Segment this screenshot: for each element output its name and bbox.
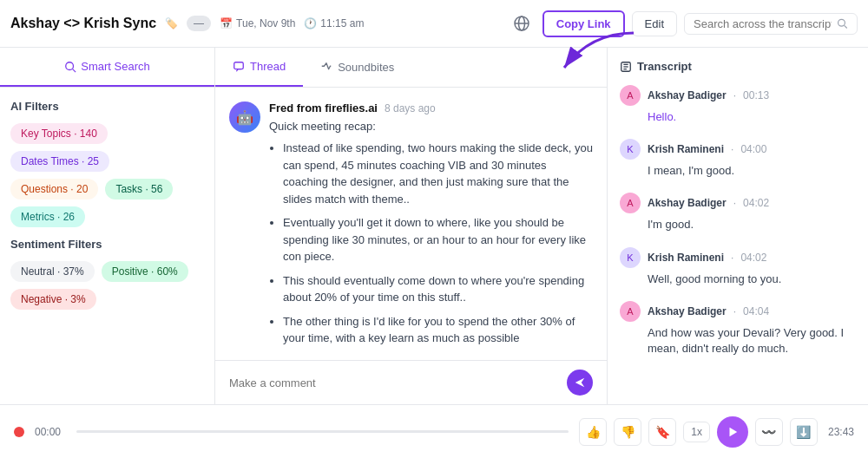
- message-intro: Quick meeting recap:: [269, 120, 593, 133]
- speaker-name: Akshay Badiger: [648, 197, 727, 209]
- transcript-text: Hello.: [648, 109, 856, 125]
- list-item: This should eventually come down to wher…: [283, 272, 593, 306]
- transcript-text: And how was your Devali? Very good. I me…: [648, 325, 856, 357]
- emoji-icon: 🏷️: [165, 17, 178, 29]
- positive-chip[interactable]: Positive · 60%: [102, 261, 188, 282]
- play-icon: [727, 426, 739, 438]
- message-list: Instead of like spending, two hours maki…: [269, 140, 593, 347]
- avatar: A: [620, 301, 641, 322]
- avatar: A: [620, 85, 641, 106]
- globe-button[interactable]: [508, 10, 536, 37]
- speaker-name: Akshay Badiger: [648, 89, 727, 101]
- timestamp: 04:04: [743, 305, 769, 317]
- search-tab-icon: [64, 61, 76, 73]
- avatar: A: [620, 193, 641, 213]
- waveform-button[interactable]: 〰️: [755, 418, 783, 446]
- player-controls: 👍 👎 🔖 1x 〰️ ⬇️: [579, 416, 818, 448]
- thread-message: 🤖 Fred from fireflies.ai 8 days ago Quic…: [229, 101, 593, 354]
- soundbites-icon: [320, 62, 332, 74]
- timestamp: ·: [733, 89, 736, 101]
- transcript-header: Transcript: [620, 60, 856, 73]
- svg-rect-7: [234, 62, 244, 69]
- svg-point-5: [66, 62, 74, 69]
- svg-line-6: [73, 69, 76, 72]
- thumbs-down-button[interactable]: 👎: [614, 418, 641, 446]
- key-topics-chip[interactable]: Key Topics · 140: [10, 123, 108, 144]
- comment-input[interactable]: [229, 376, 560, 389]
- player-bar: 00:00 👍 👎 🔖 1x 〰️ ⬇️ 23:43: [0, 404, 868, 458]
- current-time: 00:00: [35, 426, 66, 438]
- transcript-entry: K Krish Ramineni · 04:02 Well, good morn…: [620, 247, 856, 287]
- timestamp: 04:02: [740, 252, 766, 264]
- thread-tab[interactable]: Thread: [215, 48, 303, 87]
- transcript-text: Well, good morning to you.: [648, 272, 856, 287]
- smart-search-tab[interactable]: Smart Search: [0, 48, 214, 87]
- thread-content: 🤖 Fred from fireflies.ai 8 days ago Quic…: [215, 88, 607, 360]
- play-button[interactable]: [717, 416, 748, 448]
- timestamp: ·: [731, 143, 733, 155]
- ai-filters-title: AI Filters: [10, 100, 204, 113]
- end-time: 23:43: [828, 426, 854, 438]
- avatar: K: [620, 139, 641, 160]
- svg-marker-12: [729, 427, 737, 436]
- list-item: The other thing is I'd like for you to s…: [283, 313, 593, 347]
- soundbites-tab[interactable]: Soundbites: [303, 48, 411, 87]
- list-item: Eventually you'll get it down to where, …: [283, 214, 593, 265]
- transcript-text: I'm good.: [648, 217, 856, 232]
- comment-box: [215, 360, 607, 404]
- svg-point-3: [838, 19, 845, 26]
- metrics-chip[interactable]: Metrics · 26: [10, 206, 85, 227]
- sentiment-chips: Neutral · 37% Positive · 60% Negative · …: [10, 261, 204, 310]
- send-icon: [574, 376, 586, 389]
- tag-value: —: [187, 16, 211, 31]
- transcript-icon: [620, 61, 632, 73]
- speaker-name: Krish Ramineni: [648, 143, 724, 155]
- meeting-time: 11:15 am: [320, 17, 364, 29]
- sentiment-filters-title: Sentiment Filters: [10, 238, 204, 251]
- timestamp: ·: [733, 305, 736, 317]
- speaker-name: Krish Ramineni: [648, 252, 724, 264]
- timestamp: 04:02: [743, 197, 769, 209]
- copy-link-button[interactable]: Copy Link: [542, 10, 625, 37]
- transcript-entry: A Akshay Badiger · 04:04 And how was you…: [620, 301, 856, 357]
- transcript-entry: A Akshay Badiger · 00:13 Hello.: [620, 85, 856, 125]
- transcript-text: I mean, I'm good.: [648, 163, 856, 179]
- bot-avatar: 🤖: [229, 101, 260, 133]
- search-bar: [684, 13, 858, 35]
- ai-filters-chips: Key Topics · 140 Dates Times · 25 Questi…: [10, 123, 204, 227]
- transcript-entry: A Akshay Badiger · 04:02 I'm good.: [620, 193, 856, 232]
- timestamp: ·: [731, 252, 733, 264]
- tasks-chip[interactable]: Tasks · 56: [105, 179, 173, 200]
- clock-icon: 🕐: [304, 17, 317, 29]
- negative-chip[interactable]: Negative · 3%: [10, 289, 96, 310]
- send-button[interactable]: [567, 370, 593, 396]
- download-button[interactable]: ⬇️: [790, 418, 818, 446]
- search-input[interactable]: [694, 17, 832, 30]
- progress-bar[interactable]: [76, 430, 569, 433]
- timestamp: 00:13: [743, 89, 769, 101]
- bookmark-button[interactable]: 🔖: [648, 418, 676, 446]
- calendar-icon: 📅: [220, 17, 233, 29]
- meeting-date: Tue, Nov 9th: [236, 17, 295, 29]
- svg-line-4: [845, 25, 847, 28]
- questions-chip[interactable]: Questions · 20: [10, 179, 98, 200]
- avatar: K: [620, 247, 641, 268]
- list-item: Instead of like spending, two hours maki…: [283, 140, 593, 207]
- panel-tabs: Thread Soundbites: [215, 48, 607, 88]
- edit-button[interactable]: Edit: [632, 11, 677, 36]
- dates-times-chip[interactable]: Dates Times · 25: [10, 151, 109, 172]
- speaker-name: Akshay Badiger: [648, 305, 727, 317]
- transcript-panel: Transcript A Akshay Badiger · 00:13 Hell…: [608, 48, 868, 404]
- message-time: 8 days ago: [385, 102, 436, 114]
- timestamp: ·: [733, 197, 736, 209]
- speed-button[interactable]: 1x: [683, 422, 710, 442]
- search-icon: [837, 17, 848, 29]
- timestamp: 04:00: [740, 143, 766, 155]
- neutral-chip[interactable]: Neutral · 37%: [10, 261, 95, 282]
- message-author: Fred from fireflies.ai: [269, 101, 378, 114]
- page-title: Akshay <> Krish Sync: [10, 16, 156, 31]
- thumbs-up-button[interactable]: 👍: [579, 418, 607, 446]
- progress-dot: [14, 427, 24, 437]
- transcript-entry: K Krish Ramineni · 04:00 I mean, I'm goo…: [620, 139, 856, 179]
- thread-icon: [233, 61, 245, 73]
